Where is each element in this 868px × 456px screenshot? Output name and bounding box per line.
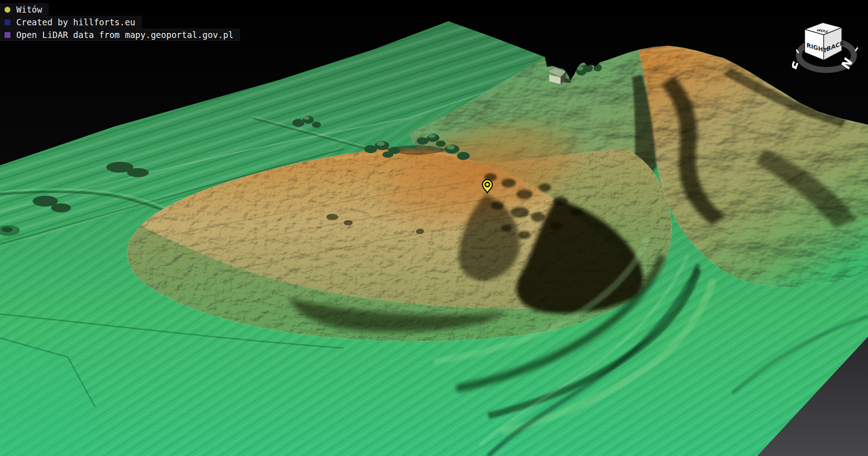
terrain-3d-view[interactable] <box>0 0 868 456</box>
legend-label: Created by hillforts.eu <box>16 16 135 28</box>
lidar-3d-viewer: Witów Created by hillforts.eu Open LiDAR… <box>0 0 868 456</box>
credit-swatch-icon <box>5 19 10 25</box>
legend-item-source: Open LiDAR data from mapy.geoportal.gov.… <box>0 28 240 41</box>
view-cube[interactable]: E N RIGHT BACK TOP <box>792 13 868 76</box>
legend-label: Open LiDAR data from mapy.geoportal.gov.… <box>16 29 233 41</box>
marker-swatch-icon <box>5 7 10 13</box>
legend-label: Witów <box>16 4 42 15</box>
legend-item-credit: Created by hillforts.eu <box>0 16 142 28</box>
source-swatch-icon <box>5 32 10 38</box>
legend: Witów Created by hillforts.eu Open LiDAR… <box>0 3 240 41</box>
legend-item-marker: Witów <box>0 3 49 16</box>
